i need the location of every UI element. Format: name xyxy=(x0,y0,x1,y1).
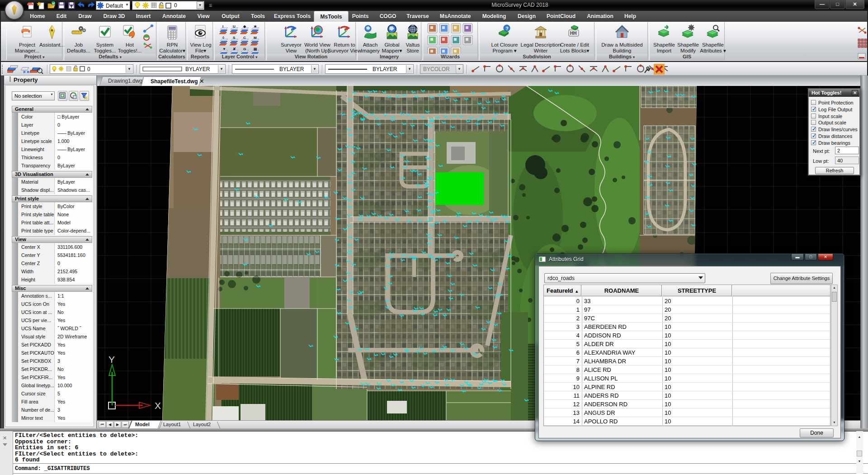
svg-text:M: M xyxy=(254,36,257,40)
svg-text:X: X xyxy=(155,400,161,411)
svg-text:◊: ◊ xyxy=(222,36,224,40)
svg-text:?: ? xyxy=(505,26,509,31)
svg-text:HH: HH xyxy=(570,31,576,36)
svg-text:S: S xyxy=(233,36,236,40)
svg-text:Y: Y xyxy=(108,354,115,365)
svg-text:▤: ▤ xyxy=(254,47,257,51)
svg-text:◆: ◆ xyxy=(243,24,246,28)
svg-text:I: I xyxy=(222,24,223,28)
svg-text:U: U xyxy=(233,24,236,28)
svg-text:✘: ✘ xyxy=(233,47,236,51)
svg-text:G: G xyxy=(243,47,246,51)
svg-text:▼: ▼ xyxy=(222,47,226,51)
svg-text:C: C xyxy=(243,36,246,40)
svg-text:0: 0 xyxy=(174,2,177,9)
svg-text:★: ★ xyxy=(254,24,257,28)
